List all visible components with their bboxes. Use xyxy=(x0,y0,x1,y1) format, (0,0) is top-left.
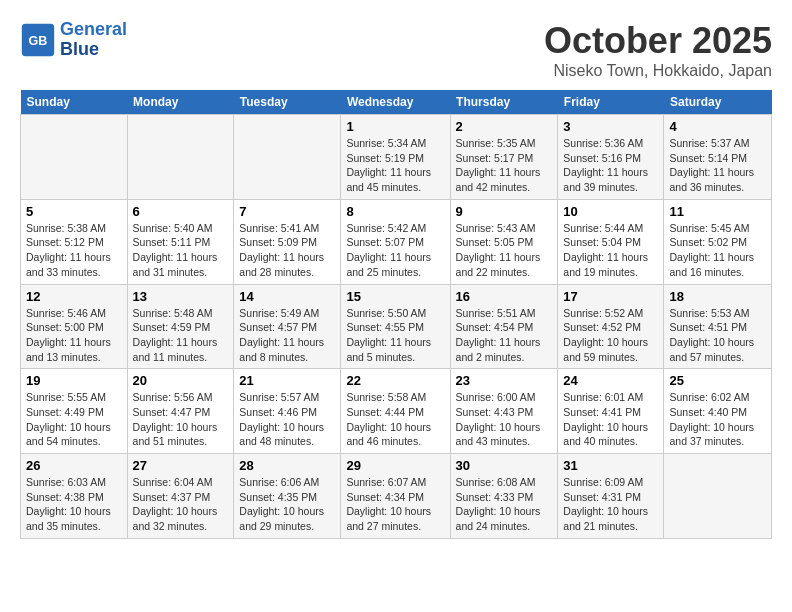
calendar-cell: 12Sunrise: 5:46 AM Sunset: 5:00 PM Dayli… xyxy=(21,284,128,369)
day-number: 16 xyxy=(456,289,553,304)
calendar-cell: 5Sunrise: 5:38 AM Sunset: 5:12 PM Daylig… xyxy=(21,199,128,284)
calendar-cell: 8Sunrise: 5:42 AM Sunset: 5:07 PM Daylig… xyxy=(341,199,450,284)
day-number: 29 xyxy=(346,458,444,473)
day-info: Sunrise: 6:00 AM Sunset: 4:43 PM Dayligh… xyxy=(456,390,553,449)
logo-text: General Blue xyxy=(60,20,127,60)
day-info: Sunrise: 5:51 AM Sunset: 4:54 PM Dayligh… xyxy=(456,306,553,365)
calendar-cell: 27Sunrise: 6:04 AM Sunset: 4:37 PM Dayli… xyxy=(127,454,234,539)
day-info: Sunrise: 6:01 AM Sunset: 4:41 PM Dayligh… xyxy=(563,390,658,449)
day-info: Sunrise: 5:44 AM Sunset: 5:04 PM Dayligh… xyxy=(563,221,658,280)
day-info: Sunrise: 5:42 AM Sunset: 5:07 PM Dayligh… xyxy=(346,221,444,280)
day-number: 17 xyxy=(563,289,658,304)
day-info: Sunrise: 5:37 AM Sunset: 5:14 PM Dayligh… xyxy=(669,136,766,195)
day-number: 19 xyxy=(26,373,122,388)
day-info: Sunrise: 5:49 AM Sunset: 4:57 PM Dayligh… xyxy=(239,306,335,365)
svg-text:GB: GB xyxy=(29,34,48,48)
calendar-cell xyxy=(21,115,128,200)
calendar-cell: 3Sunrise: 5:36 AM Sunset: 5:16 PM Daylig… xyxy=(558,115,664,200)
calendar-body: 1Sunrise: 5:34 AM Sunset: 5:19 PM Daylig… xyxy=(21,115,772,539)
day-info: Sunrise: 6:04 AM Sunset: 4:37 PM Dayligh… xyxy=(133,475,229,534)
day-info: Sunrise: 5:56 AM Sunset: 4:47 PM Dayligh… xyxy=(133,390,229,449)
calendar-cell: 25Sunrise: 6:02 AM Sunset: 4:40 PM Dayli… xyxy=(664,369,772,454)
calendar-cell: 4Sunrise: 5:37 AM Sunset: 5:14 PM Daylig… xyxy=(664,115,772,200)
day-number: 14 xyxy=(239,289,335,304)
week-row-5: 26Sunrise: 6:03 AM Sunset: 4:38 PM Dayli… xyxy=(21,454,772,539)
calendar-cell xyxy=(127,115,234,200)
calendar-cell: 18Sunrise: 5:53 AM Sunset: 4:51 PM Dayli… xyxy=(664,284,772,369)
calendar-cell: 22Sunrise: 5:58 AM Sunset: 4:44 PM Dayli… xyxy=(341,369,450,454)
week-row-3: 12Sunrise: 5:46 AM Sunset: 5:00 PM Dayli… xyxy=(21,284,772,369)
day-info: Sunrise: 6:08 AM Sunset: 4:33 PM Dayligh… xyxy=(456,475,553,534)
calendar-cell: 17Sunrise: 5:52 AM Sunset: 4:52 PM Dayli… xyxy=(558,284,664,369)
day-number: 13 xyxy=(133,289,229,304)
day-info: Sunrise: 5:43 AM Sunset: 5:05 PM Dayligh… xyxy=(456,221,553,280)
day-number: 6 xyxy=(133,204,229,219)
day-info: Sunrise: 5:36 AM Sunset: 5:16 PM Dayligh… xyxy=(563,136,658,195)
calendar-cell xyxy=(664,454,772,539)
weekday-header-sunday: Sunday xyxy=(21,90,128,115)
week-row-4: 19Sunrise: 5:55 AM Sunset: 4:49 PM Dayli… xyxy=(21,369,772,454)
calendar-cell: 28Sunrise: 6:06 AM Sunset: 4:35 PM Dayli… xyxy=(234,454,341,539)
day-number: 11 xyxy=(669,204,766,219)
weekday-header-friday: Friday xyxy=(558,90,664,115)
weekday-row: SundayMondayTuesdayWednesdayThursdayFrid… xyxy=(21,90,772,115)
day-number: 10 xyxy=(563,204,658,219)
logo-line2: Blue xyxy=(60,39,99,59)
day-info: Sunrise: 5:50 AM Sunset: 4:55 PM Dayligh… xyxy=(346,306,444,365)
calendar-cell: 11Sunrise: 5:45 AM Sunset: 5:02 PM Dayli… xyxy=(664,199,772,284)
week-row-1: 1Sunrise: 5:34 AM Sunset: 5:19 PM Daylig… xyxy=(21,115,772,200)
day-number: 2 xyxy=(456,119,553,134)
logo-line1: General xyxy=(60,19,127,39)
logo-icon: GB xyxy=(20,22,56,58)
day-info: Sunrise: 5:52 AM Sunset: 4:52 PM Dayligh… xyxy=(563,306,658,365)
day-info: Sunrise: 5:41 AM Sunset: 5:09 PM Dayligh… xyxy=(239,221,335,280)
logo: GB General Blue xyxy=(20,20,127,60)
calendar-cell: 19Sunrise: 5:55 AM Sunset: 4:49 PM Dayli… xyxy=(21,369,128,454)
weekday-header-monday: Monday xyxy=(127,90,234,115)
day-info: Sunrise: 5:58 AM Sunset: 4:44 PM Dayligh… xyxy=(346,390,444,449)
day-info: Sunrise: 5:46 AM Sunset: 5:00 PM Dayligh… xyxy=(26,306,122,365)
calendar-cell: 10Sunrise: 5:44 AM Sunset: 5:04 PM Dayli… xyxy=(558,199,664,284)
calendar-cell: 21Sunrise: 5:57 AM Sunset: 4:46 PM Dayli… xyxy=(234,369,341,454)
day-number: 8 xyxy=(346,204,444,219)
day-number: 31 xyxy=(563,458,658,473)
weekday-header-thursday: Thursday xyxy=(450,90,558,115)
calendar-cell: 13Sunrise: 5:48 AM Sunset: 4:59 PM Dayli… xyxy=(127,284,234,369)
calendar-header: SundayMondayTuesdayWednesdayThursdayFrid… xyxy=(21,90,772,115)
calendar-cell: 23Sunrise: 6:00 AM Sunset: 4:43 PM Dayli… xyxy=(450,369,558,454)
day-info: Sunrise: 6:03 AM Sunset: 4:38 PM Dayligh… xyxy=(26,475,122,534)
day-number: 27 xyxy=(133,458,229,473)
month-title: October 2025 xyxy=(544,20,772,62)
day-info: Sunrise: 6:09 AM Sunset: 4:31 PM Dayligh… xyxy=(563,475,658,534)
day-number: 25 xyxy=(669,373,766,388)
calendar-cell: 15Sunrise: 5:50 AM Sunset: 4:55 PM Dayli… xyxy=(341,284,450,369)
day-number: 12 xyxy=(26,289,122,304)
title-block: October 2025 Niseko Town, Hokkaido, Japa… xyxy=(544,20,772,80)
week-row-2: 5Sunrise: 5:38 AM Sunset: 5:12 PM Daylig… xyxy=(21,199,772,284)
day-number: 5 xyxy=(26,204,122,219)
day-info: Sunrise: 5:40 AM Sunset: 5:11 PM Dayligh… xyxy=(133,221,229,280)
calendar-cell: 14Sunrise: 5:49 AM Sunset: 4:57 PM Dayli… xyxy=(234,284,341,369)
day-number: 24 xyxy=(563,373,658,388)
day-number: 22 xyxy=(346,373,444,388)
weekday-header-tuesday: Tuesday xyxy=(234,90,341,115)
day-info: Sunrise: 5:38 AM Sunset: 5:12 PM Dayligh… xyxy=(26,221,122,280)
day-number: 30 xyxy=(456,458,553,473)
calendar-cell: 16Sunrise: 5:51 AM Sunset: 4:54 PM Dayli… xyxy=(450,284,558,369)
day-number: 20 xyxy=(133,373,229,388)
day-number: 28 xyxy=(239,458,335,473)
day-number: 21 xyxy=(239,373,335,388)
calendar-cell: 9Sunrise: 5:43 AM Sunset: 5:05 PM Daylig… xyxy=(450,199,558,284)
day-number: 23 xyxy=(456,373,553,388)
calendar-cell: 26Sunrise: 6:03 AM Sunset: 4:38 PM Dayli… xyxy=(21,454,128,539)
day-number: 9 xyxy=(456,204,553,219)
day-info: Sunrise: 5:57 AM Sunset: 4:46 PM Dayligh… xyxy=(239,390,335,449)
day-number: 26 xyxy=(26,458,122,473)
page-header: GB General Blue October 2025 Niseko Town… xyxy=(20,20,772,80)
calendar-cell: 29Sunrise: 6:07 AM Sunset: 4:34 PM Dayli… xyxy=(341,454,450,539)
weekday-header-wednesday: Wednesday xyxy=(341,90,450,115)
day-number: 7 xyxy=(239,204,335,219)
day-number: 1 xyxy=(346,119,444,134)
calendar-table: SundayMondayTuesdayWednesdayThursdayFrid… xyxy=(20,90,772,539)
day-info: Sunrise: 5:34 AM Sunset: 5:19 PM Dayligh… xyxy=(346,136,444,195)
